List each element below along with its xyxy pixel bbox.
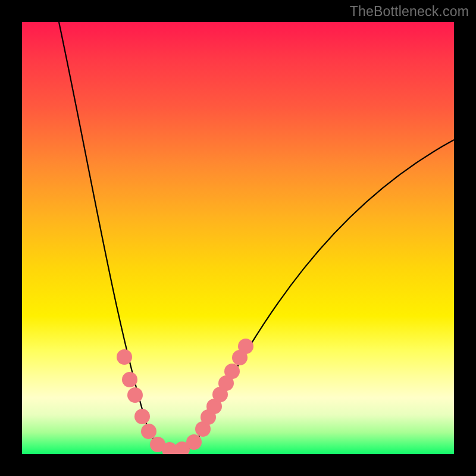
bead-marker (117, 349, 132, 365)
bead-group (117, 339, 253, 454)
bead-marker (186, 434, 202, 450)
chart-svg (22, 22, 454, 454)
plot-area (22, 22, 454, 454)
bead-marker (122, 372, 137, 387)
bead-marker (141, 424, 156, 439)
curve-line (59, 22, 454, 454)
bead-marker (224, 364, 240, 379)
bead-marker (127, 387, 143, 403)
watermark-label: TheBottleneck.com (350, 4, 469, 20)
bead-marker (134, 409, 150, 424)
bead-marker (238, 339, 253, 354)
chart-frame: TheBottleneck.com (0, 0, 476, 476)
